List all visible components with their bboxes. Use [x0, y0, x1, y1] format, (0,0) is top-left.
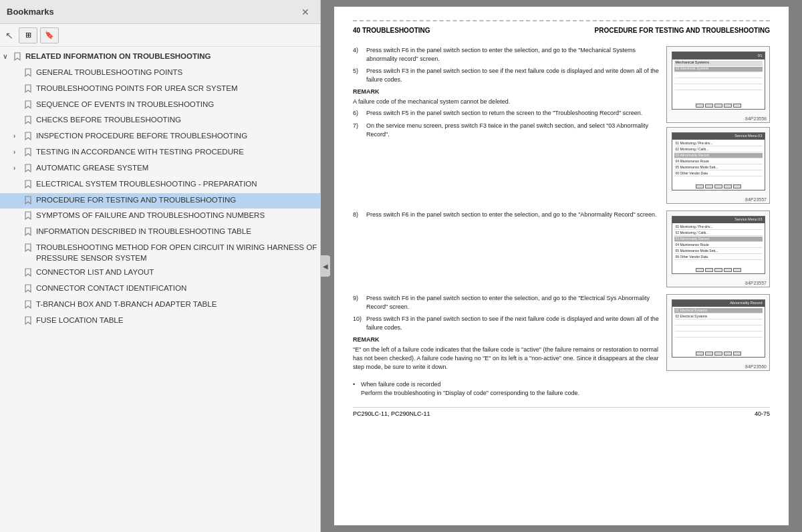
bookmark-label-proc-testing: PROCEDURE FOR TESTING AND TROUBLESHOOTIN… — [36, 195, 317, 206]
svg-marker-6 — [25, 148, 31, 156]
svg-marker-15 — [25, 301, 31, 308]
svg-marker-3 — [25, 101, 31, 108]
item-8: 8) Press switch F6 in the panel switch s… — [353, 211, 660, 219]
bookmark-item-t-branch[interactable]: T-BRANCH BOX AND T-BRANCH ADAPTER TABLE — [0, 297, 320, 313]
bookmarks-panel: Bookmarks ✕ ↖ ⊞ 🔖 ∨RELATED INFORMATION O… — [0, 0, 321, 532]
bullet-1: • When failure code is recorded Perform … — [353, 380, 770, 398]
bookmarks-tree: ∨RELATED INFORMATION ON TROUBLESHOOTINGG… — [0, 47, 320, 532]
bookmark-sym-symptoms-failure — [25, 211, 33, 223]
content-text-2: 8) Press switch F6 in the panel switch s… — [353, 211, 660, 287]
expand-icon-auto-grease[interactable]: › — [13, 164, 23, 173]
bookmark-label-inspection-proc: INSPECTION PROCEDURE BEFORE TROUBLESHOOT… — [36, 131, 317, 142]
bookmark-item-ts-method[interactable]: TROUBLESHOOTING METHOD FOR OPEN CIRCUIT … — [0, 241, 320, 265]
svg-marker-16 — [25, 317, 31, 324]
svg-marker-11 — [25, 228, 31, 235]
svg-marker-1 — [25, 69, 31, 76]
bookmark-item-connector-list[interactable]: CONNECTOR LIST AND LAYOUT — [0, 265, 320, 281]
bookmark-icon: 🔖 — [45, 31, 54, 39]
bookmark-item-info-described[interactable]: INFORMATION DESCRIBED IN TROUBLESHOOTING… — [0, 225, 320, 241]
doc-content: 4) Press switch F6 in the panel switch s… — [353, 46, 770, 398]
bookmarks-title: Bookmarks — [7, 7, 54, 17]
bookmark-sym-ts-urea — [25, 84, 33, 96]
bookmark-label-auto-grease: AUTOMATIC GREASE SYSTEM — [36, 163, 317, 174]
bookmark-item-general-ts[interactable]: GENERAL TROUBLESHOOTING POINTS — [0, 65, 320, 82]
bookmarks-header: Bookmarks ✕ — [0, 0, 320, 24]
bookmark-label-ts-urea: TROUBLESHOOTING POINTS FOR UREA SCR SYST… — [36, 84, 317, 94]
bookmark-item-related-info[interactable]: ∨RELATED INFORMATION ON TROUBLESHOOTING — [0, 49, 320, 65]
bookmark-item-symptoms-failure[interactable]: SYMPTOMS OF FAILURE AND TROUBLESHOOTING … — [0, 209, 320, 225]
bookmark-label-info-described: INFORMATION DESCRIBED IN TROUBLESHOOTING… — [36, 227, 317, 237]
item-7: 7) On the service menu screen, press swi… — [353, 122, 660, 138]
bookmark-item-fuse-loc[interactable]: FUSE LOCATION TABLE — [0, 313, 320, 329]
expand-all-button[interactable]: ⊞ — [19, 27, 37, 43]
images-col-2: Service Menu 03 01 Monitoring / Pre-driv… — [666, 211, 770, 287]
bookmark-label-ts-method: TROUBLESHOOTING METHOD FOR OPEN CIRCUIT … — [36, 243, 317, 263]
bookmark-item-testing-accord[interactable]: ›TESTING IN ACCORDANCE WITH TESTING PROC… — [0, 145, 320, 161]
mock-screen-2: Service Menu 03 01 Monitoring / Pre-driv… — [672, 132, 765, 190]
images-col-3: Abnormality Record 01 Electrical Systems… — [666, 294, 770, 374]
mock-screen-1: 01 Mechanical Systems 02 Electrical Syst… — [672, 51, 765, 110]
svg-marker-10 — [25, 212, 31, 219]
bookmark-item-elec-prep[interactable]: ELECTRICAL SYSTEM TROUBLESHOOTING - PREP… — [0, 177, 320, 193]
bookmark-sym-t-branch — [25, 300, 33, 311]
page-container: 40 TROUBLESHOOTING PROCEDURE FOR TESTING… — [334, 7, 789, 525]
svg-marker-5 — [25, 132, 31, 140]
images-col-1: 01 Mechanical Systems 02 Electrical Syst… — [666, 46, 770, 204]
bookmark-sym-testing-accord — [25, 148, 33, 159]
bookmark-item-ts-urea[interactable]: TROUBLESHOOTING POINTS FOR UREA SCR SYST… — [0, 82, 320, 98]
document-panel[interactable]: 40 TROUBLESHOOTING PROCEDURE FOR TESTING… — [321, 0, 802, 532]
collapse-handle[interactable]: ◀ — [321, 255, 330, 277]
expand-icon-testing-accord[interactable]: › — [13, 148, 23, 157]
item-10: 10) Press switch F3 in the panel switch … — [353, 315, 660, 331]
bookmark-label-t-branch: T-BRANCH BOX AND T-BRANCH ADAPTER TABLE — [36, 299, 317, 310]
expand-icon-related-info[interactable]: ∨ — [3, 52, 12, 61]
content-row-2: 8) Press switch F6 in the panel switch s… — [353, 211, 770, 287]
bookmark-sym-connector-contact — [25, 284, 33, 295]
bookmark-item-checks-before[interactable]: CHECKS BEFORE TROUBLESHOOTING — [0, 113, 320, 129]
content-text-1: 4) Press switch F6 in the panel switch s… — [353, 46, 660, 204]
bookmark-item-seq-events[interactable]: SEQUENCE OF EVENTS IN TROUBLESHOOTING — [0, 98, 320, 114]
screen-image-1: 01 Mechanical Systems 02 Electrical Syst… — [666, 46, 770, 123]
bookmark-label-checks-before: CHECKS BEFORE TROUBLESHOOTING — [36, 115, 317, 126]
bookmark-view-button[interactable]: 🔖 — [40, 27, 59, 43]
svg-marker-9 — [25, 196, 31, 204]
mock-screen-3: Service Menu 03 01 Monitoring / Pre-driv… — [672, 216, 765, 274]
svg-marker-2 — [25, 85, 31, 92]
svg-marker-8 — [25, 180, 31, 188]
screen-image-2: Service Menu 03 01 Monitoring / Pre-driv… — [666, 127, 770, 204]
bookmark-sym-ts-method — [25, 243, 33, 255]
item-4: 4) Press switch F6 in the panel switch s… — [353, 46, 660, 63]
remark-2: REMARK "E" on the left of a failure code… — [353, 336, 660, 371]
bookmark-sym-proc-testing — [25, 196, 33, 207]
bookmark-item-inspection-proc[interactable]: ›INSPECTION PROCEDURE BEFORE TROUBLESHOO… — [0, 129, 320, 145]
bookmark-label-testing-accord: TESTING IN ACCORDANCE WITH TESTING PROCE… — [36, 147, 317, 158]
bookmark-sym-fuse-loc — [25, 316, 33, 327]
item-9: 9) Press switch F6 in the panel switch s… — [353, 294, 660, 311]
page-footer: PC290LC-11, PC290NLC-11 40-75 — [353, 407, 770, 417]
bookmark-label-elec-prep: ELECTRICAL SYSTEM TROUBLESHOOTING - PREP… — [36, 179, 317, 190]
expand-icon-inspection-proc[interactable]: › — [13, 132, 23, 141]
bookmark-sym-inspection-proc — [25, 132, 33, 143]
content-row-1: 4) Press switch F6 in the panel switch s… — [353, 46, 770, 204]
svg-marker-7 — [25, 164, 31, 172]
bookmark-item-auto-grease[interactable]: ›AUTOMATIC GREASE SYSTEM — [0, 161, 320, 177]
bookmark-sym-auto-grease — [25, 164, 33, 175]
header-left: 40 TROUBLESHOOTING — [353, 27, 430, 34]
close-button[interactable]: ✕ — [297, 5, 313, 19]
footer-right: 40-75 — [755, 410, 770, 417]
screen-image-4: Abnormality Record 01 Electrical Systems… — [666, 294, 770, 371]
remark-1: REMARK A failure code of the mechanical … — [353, 88, 660, 106]
bookmark-label-symptoms-failure: SYMPTOMS OF FAILURE AND TROUBLESHOOTING … — [36, 211, 317, 221]
bookmark-item-proc-testing[interactable]: PROCEDURE FOR TESTING AND TROUBLESHOOTIN… — [0, 193, 320, 209]
mock-screen-4: Abnormality Record 01 Electrical Systems… — [672, 299, 765, 358]
bookmark-label-general-ts: GENERAL TROUBLESHOOTING POINTS — [36, 68, 317, 78]
bookmark-sym-elec-prep — [25, 180, 33, 191]
item-5: 5) Press switch F3 in the panel switch s… — [353, 67, 660, 84]
bookmark-item-connector-contact[interactable]: CONNECTOR CONTACT IDENTIFICATION — [0, 281, 320, 297]
content-text-3: 9) Press switch F6 in the panel switch s… — [353, 294, 660, 374]
bookmark-sym-info-described — [25, 227, 33, 239]
bookmark-sym-seq-events — [25, 100, 33, 112]
bookmarks-toolbar: ↖ ⊞ 🔖 — [0, 24, 320, 47]
bookmark-sym-checks-before — [25, 116, 33, 127]
collapse-arrow-icon: ◀ — [323, 263, 328, 270]
